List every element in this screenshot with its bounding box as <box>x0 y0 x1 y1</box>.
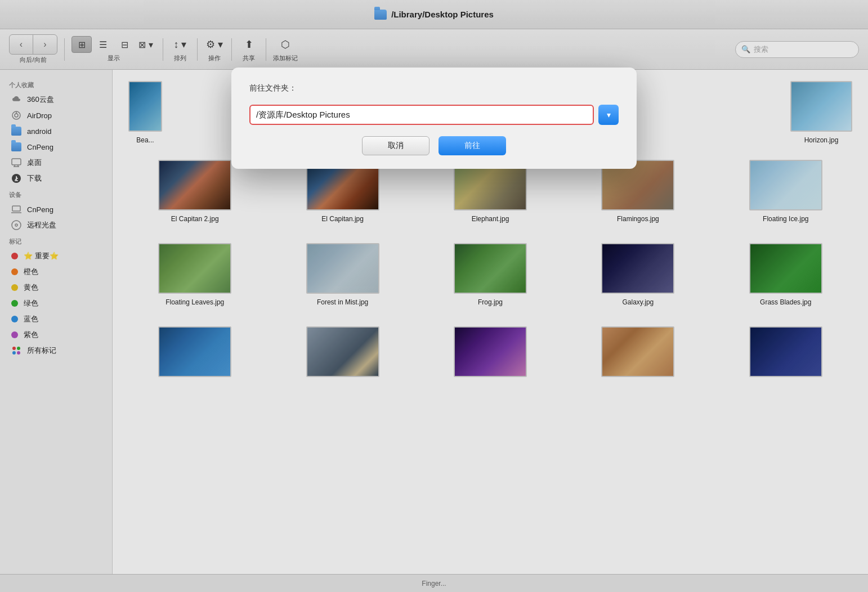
dialog-input-row: ▾ <box>249 105 619 125</box>
chevron-down-icon: ▾ <box>607 110 611 119</box>
goto-dialog: 前往文件夹： ▾ 取消 前往 <box>231 68 637 169</box>
dropdown-button[interactable]: ▾ <box>598 105 619 125</box>
goto-folder-input[interactable] <box>249 105 594 125</box>
dialog-overlay: 前往文件夹： ▾ 取消 前往 <box>0 0 868 592</box>
dialog-title: 前往文件夹： <box>249 83 619 93</box>
dialog-btn-row: 取消 前往 <box>249 136 619 155</box>
cancel-button[interactable]: 取消 <box>362 136 429 155</box>
go-button[interactable]: 前往 <box>439 136 506 155</box>
